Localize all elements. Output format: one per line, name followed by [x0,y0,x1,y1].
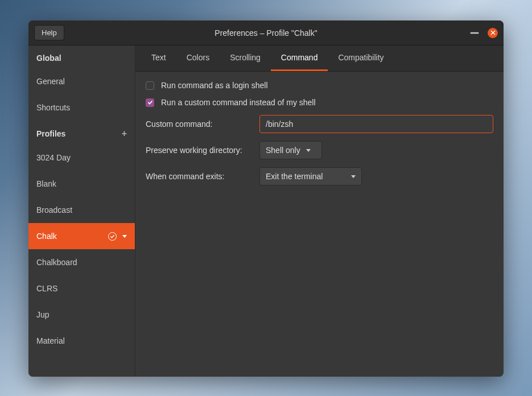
minimize-button[interactable] [469,28,480,38]
login-shell-checkbox[interactable] [146,81,154,90]
sidebar-item-3024-day[interactable]: 3024 Day [28,145,135,171]
preserve-dir-value: Shell only [266,146,300,155]
help-button[interactable]: Help [34,25,64,40]
custom-command-checkbox-label: Run a custom command instead of my shell [161,98,316,107]
chevron-down-icon [351,175,356,178]
custom-command-label: Custom command: [146,119,253,129]
sidebar-item-blank[interactable]: Blank [28,171,135,197]
command-pane: Run command as a login shell Run a custo… [135,72,504,203]
preserve-dir-dropdown[interactable]: Shell only [259,141,322,159]
window-title: Preferences – Profile "Chalk" [28,28,504,38]
window-controls [469,28,498,38]
tab-colors[interactable]: Colors [176,46,220,71]
titlebar: Help Preferences – Profile "Chalk" [28,20,504,46]
sidebar-item-chalkboard[interactable]: Chalkboard [28,249,135,275]
add-profile-icon[interactable]: + [122,129,127,139]
sidebar-item-shortcuts[interactable]: Shortcuts [28,94,135,121]
custom-command-input[interactable] [259,115,493,133]
when-exit-label: When command exits: [146,172,253,181]
login-shell-label: Run command as a login shell [161,81,268,90]
sidebar-item-jup[interactable]: Jup [28,302,135,328]
tab-text[interactable]: Text [141,46,176,71]
preferences-window: Help Preferences – Profile "Chalk" Globa… [28,20,504,377]
sidebar-item-general[interactable]: General [28,68,135,94]
chevron-down-icon [306,149,311,152]
sidebar-item-broadcast[interactable]: Broadcast [28,197,135,223]
tab-command[interactable]: Command [271,46,328,71]
preserve-dir-label: Preserve working directory: [146,146,253,155]
sidebar-global-header: Global [28,46,135,68]
profiles-label: Profiles [36,129,65,138]
close-button[interactable] [488,28,498,38]
tabs: Text Colors Scrolling Command Compatibil… [135,46,504,72]
sidebar-item-label: Chalk [36,232,57,241]
custom-command-checkbox[interactable] [146,98,154,107]
sidebar-item-chalk[interactable]: Chalk [28,223,135,249]
tab-compatibility[interactable]: Compatibility [328,46,394,71]
tab-scrolling[interactable]: Scrolling [220,46,271,71]
when-exit-value: Exit the terminal [266,172,323,181]
content-area: Global General Shortcuts Profiles + 3024… [28,46,504,377]
sidebar-item-clrs[interactable]: CLRS [28,275,135,302]
profile-menu-icon[interactable] [122,235,127,238]
main-panel: Text Colors Scrolling Command Compatibil… [135,46,504,377]
sidebar-profiles-header: Profiles + [28,121,135,145]
sidebar-item-material[interactable]: Material [28,328,135,354]
when-exit-dropdown[interactable]: Exit the terminal [259,167,362,185]
default-profile-icon[interactable] [108,232,117,241]
sidebar: Global General Shortcuts Profiles + 3024… [28,46,135,377]
